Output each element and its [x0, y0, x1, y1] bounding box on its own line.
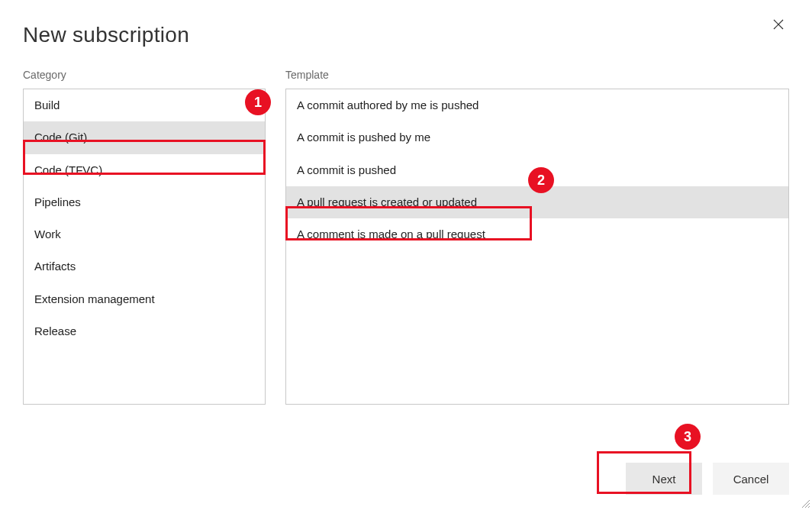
category-item[interactable]: Release	[24, 315, 265, 347]
new-subscription-dialog: New subscription Category BuildCode (Git…	[0, 0, 812, 510]
svg-line-4	[808, 506, 810, 508]
dialog-footer: Next Cancel	[626, 463, 789, 495]
close-icon	[773, 19, 784, 30]
cancel-button[interactable]: Cancel	[713, 463, 789, 495]
category-label: Category	[23, 69, 266, 81]
close-button[interactable]	[768, 14, 789, 35]
category-item[interactable]: Work	[24, 218, 265, 250]
template-item[interactable]: A commit is pushed	[286, 154, 788, 186]
category-item[interactable]: Artifacts	[24, 250, 265, 282]
category-item[interactable]: Extension management	[24, 283, 265, 315]
category-column: Category BuildCode (Git)Code (TFVC)Pipel…	[23, 69, 266, 405]
template-item[interactable]: A commit authored by me is pushed	[286, 89, 788, 121]
resize-grip-icon	[800, 498, 810, 508]
dialog-columns: Category BuildCode (Git)Code (TFVC)Pipel…	[23, 69, 789, 405]
annotation-badge-3: 3	[675, 424, 701, 450]
svg-line-2	[802, 500, 810, 508]
template-item[interactable]: A commit is pushed by me	[286, 121, 788, 153]
category-item[interactable]: Code (TFVC)	[24, 154, 265, 186]
template-column: Template A commit authored by me is push…	[285, 69, 789, 405]
dialog-title: New subscription	[23, 23, 789, 47]
template-label: Template	[285, 69, 789, 81]
category-item[interactable]: Code (Git)	[24, 121, 265, 153]
template-item[interactable]: A comment is made on a pull request	[286, 218, 788, 250]
template-item[interactable]: A pull request is created or updated	[286, 186, 788, 218]
category-listbox[interactable]: BuildCode (Git)Code (TFVC)PipelinesWorkA…	[23, 89, 266, 405]
category-item[interactable]: Build	[24, 89, 265, 121]
next-button[interactable]: Next	[626, 463, 702, 495]
template-listbox[interactable]: A commit authored by me is pushedA commi…	[285, 89, 789, 405]
svg-line-3	[805, 503, 810, 508]
category-item[interactable]: Pipelines	[24, 186, 265, 218]
